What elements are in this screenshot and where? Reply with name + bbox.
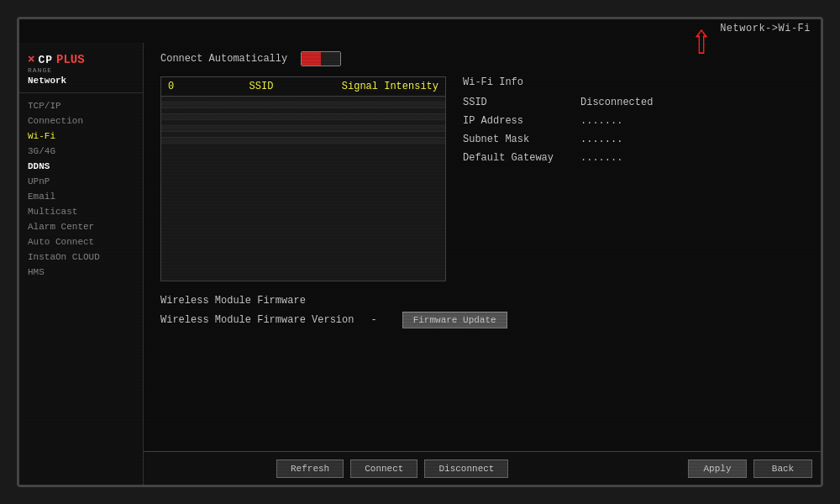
wifi-ssid-row: SSID Disconnected — [463, 97, 804, 108]
wifi-gateway-key: Default Gateway — [463, 152, 580, 164]
back-button[interactable]: Back — [753, 459, 812, 478]
sidebar-item-ddns[interactable]: DDNS — [19, 159, 143, 174]
refresh-button[interactable]: Refresh — [276, 459, 344, 478]
content-split: 0 SSID Signal Intensity — [160, 76, 804, 281]
ssid-col-ssid-header: SSID — [202, 81, 321, 92]
firmware-version-row: Wireless Module Firmware Version - Firmw… — [160, 312, 804, 328]
wifi-info-title: Wi-Fi Info — [463, 76, 804, 88]
ssid-table-body — [160, 97, 446, 281]
sidebar-item-connection[interactable]: Connection — [19, 113, 143, 129]
apply-button[interactable]: Apply — [688, 459, 747, 478]
wifi-gateway-row: Default Gateway ....... — [463, 152, 804, 164]
wifi-gateway-val: ....... — [580, 152, 622, 164]
wifi-ip-row: IP Address ....... — [463, 115, 804, 127]
connect-auto-row: Connect Automatically — [160, 51, 804, 66]
logo-x: × — [28, 53, 34, 66]
sidebar-item-auto-connect[interactable]: Auto Connect — [19, 234, 143, 249]
ssid-row[interactable] — [161, 132, 445, 138]
logo: × CP PLUS — [28, 53, 134, 66]
ssid-row[interactable] — [161, 97, 445, 102]
logo-network: Network — [28, 76, 134, 86]
toggle-off-part — [302, 52, 321, 66]
toggle-on-part — [321, 52, 340, 66]
content-area: Connect Automatically 0 SSID Signal Inte… — [144, 43, 821, 485]
ssid-row[interactable] — [161, 138, 445, 144]
connect-auto-toggle[interactable] — [301, 51, 341, 66]
sidebar-item-upnp[interactable]: UPnP — [19, 174, 143, 189]
ssid-row[interactable] — [161, 120, 445, 126]
logo-area: × CP PLUS RANGE Network — [19, 50, 143, 93]
wifi-ssid-key: SSID — [463, 97, 580, 108]
sidebar-item-instaon[interactable]: InstaOn CLOUD — [19, 249, 143, 265]
ssid-row[interactable] — [161, 102, 445, 108]
firmware-version-label: Wireless Module Firmware Version — [160, 314, 354, 326]
sidebar-item-wifi[interactable]: Wi-Fi — [19, 129, 143, 144]
wifi-ip-key: IP Address — [463, 115, 580, 127]
sidebar-item-tcpip[interactable]: TCP/IP — [19, 98, 143, 113]
ssid-row[interactable] — [161, 108, 445, 114]
wifi-subnet-val: ....... — [580, 134, 622, 145]
ssid-row[interactable] — [161, 126, 445, 132]
wifi-ssid-val: Disconnected — [580, 97, 653, 108]
ssid-col-0-header: 0 — [168, 81, 202, 92]
firmware-section: Wireless Module Firmware Wireless Module… — [160, 295, 804, 328]
bottom-bar: Refresh Connect Disconnect Apply Back — [144, 451, 821, 485]
screen-frame: Network->Wi-Fi ⇧ × CP PLUS RANGE Network… — [17, 17, 823, 487]
logo-plus: PLUS — [56, 53, 85, 66]
wifi-subnet-key: Subnet Mask — [463, 134, 580, 145]
ssid-panel: 0 SSID Signal Intensity — [160, 76, 446, 281]
main-layout: × CP PLUS RANGE Network TCP/IP Connectio… — [19, 19, 821, 485]
bottom-bar-right: Apply Back — [688, 459, 812, 478]
sidebar-item-alarm-center[interactable]: Alarm Center — [19, 219, 143, 234]
firmware-update-button[interactable]: Firmware Update — [402, 312, 507, 328]
sidebar-item-multicast[interactable]: Multicast — [19, 204, 143, 219]
logo-cp: CP — [38, 54, 53, 66]
firmware-title: Wireless Module Firmware — [160, 295, 804, 307]
ssid-row[interactable] — [161, 114, 445, 120]
firmware-version-val: - — [370, 314, 376, 326]
wifi-info-panel: Wi-Fi Info SSID Disconnected IP Address … — [463, 76, 804, 281]
sidebar: × CP PLUS RANGE Network TCP/IP Connectio… — [19, 43, 144, 485]
page-breadcrumb: Network->Wi-Fi — [710, 19, 821, 38]
ssid-col-signal-header: Signal Intensity — [321, 81, 438, 92]
disconnect-button[interactable]: Disconnect — [424, 459, 508, 478]
sidebar-item-hms[interactable]: HMS — [19, 265, 143, 280]
ssid-table-header: 0 SSID Signal Intensity — [160, 76, 446, 97]
sidebar-item-3g4g[interactable]: 3G/4G — [19, 144, 143, 159]
connect-button[interactable]: Connect — [350, 459, 417, 478]
bottom-bar-left: Refresh Connect Disconnect — [276, 459, 508, 478]
wifi-subnet-row: Subnet Mask ....... — [463, 134, 804, 145]
sidebar-item-email[interactable]: Email — [19, 189, 143, 204]
wifi-ip-val: ....... — [580, 115, 622, 127]
connect-auto-label: Connect Automatically — [160, 53, 287, 65]
logo-range: RANGE — [28, 66, 134, 74]
